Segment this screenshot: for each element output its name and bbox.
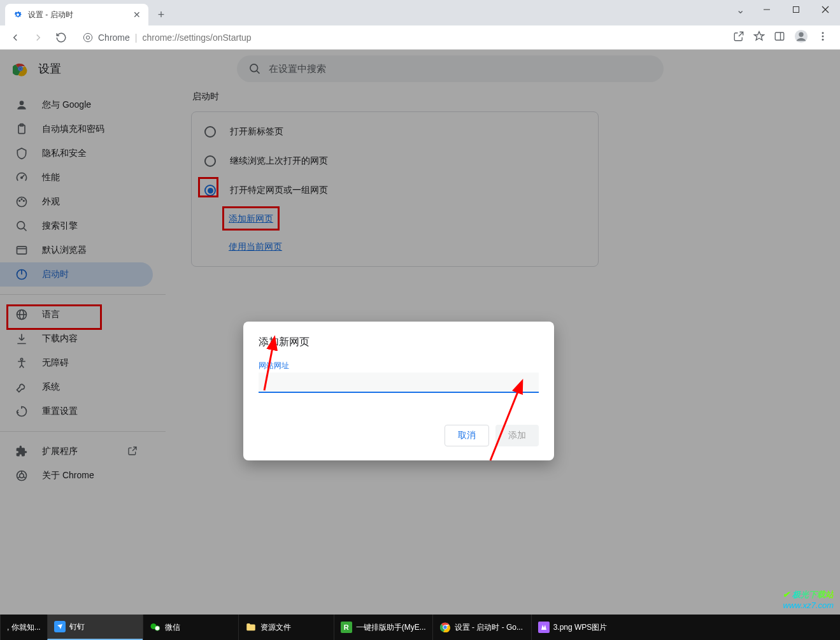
share-icon[interactable] — [733, 31, 744, 45]
sidebar-item-system[interactable]: 系统 — [0, 375, 153, 399]
app-icon: R — [341, 622, 352, 633]
settings-search[interactable]: 在设置中搜索 — [237, 55, 664, 82]
search-placeholder: 在设置中搜索 — [269, 63, 326, 75]
close-tab-icon[interactable]: ✕ — [133, 10, 141, 20]
sidebar-item-downloads[interactable]: 下载内容 — [0, 327, 153, 351]
add-page-dialog: 添加新网页 网站网址 取消 添加 — [243, 322, 554, 460]
svg-line-40 — [24, 477, 25, 478]
maximize-button[interactable] — [781, 0, 811, 19]
puzzle-icon — [15, 445, 28, 458]
download-icon — [15, 332, 28, 345]
chrome-logo-icon — [13, 61, 28, 76]
sidebar-item-startup[interactable]: 启动时 — [0, 262, 153, 287]
url-input[interactable] — [259, 373, 539, 393]
profile-icon[interactable] — [794, 29, 808, 46]
startup-option-newtab[interactable]: 打开新标签页 — [192, 117, 598, 146]
watermark: ✔ 极光下载站 www.xz7.com — [783, 590, 834, 611]
sidebar-item-about[interactable]: 关于 Chrome — [0, 464, 153, 488]
taskbar-item-wechat[interactable]: 微信 — [143, 615, 238, 640]
search-icon — [248, 62, 261, 75]
svg-rect-6 — [775, 32, 784, 40]
tabs-chevron-icon[interactable]: ⌄ — [736, 4, 744, 16]
taskbar-item-app[interactable]: R一键排版助手(MyE... — [334, 615, 432, 640]
svg-line-28 — [24, 228, 26, 231]
url-input-label: 网站网址 — [259, 360, 539, 371]
back-button[interactable] — [6, 29, 24, 46]
svg-point-22 — [21, 177, 23, 179]
bookmark-icon[interactable] — [753, 31, 765, 45]
titlebar: 设置 - 启动时 ✕ + ⌄ — [0, 0, 840, 25]
minimize-button[interactable] — [752, 0, 781, 19]
person-icon — [15, 99, 28, 111]
sidebar-item-default-browser[interactable]: 默认浏览器 — [0, 238, 153, 262]
accessibility-icon — [15, 357, 28, 369]
startup-option-specific[interactable]: 打开特定网页或一组网页 — [192, 176, 598, 205]
taskbar-item-wps[interactable]: 3.png WPS图片 — [531, 615, 630, 640]
menu-icon[interactable] — [817, 31, 829, 45]
shield-icon — [15, 147, 28, 160]
close-window-button[interactable] — [811, 0, 840, 19]
svg-point-24 — [19, 201, 20, 202]
wrench-icon — [15, 381, 28, 394]
chrome-icon — [439, 622, 451, 633]
sidebar-item-search[interactable]: 搜索引擎 — [0, 214, 153, 238]
svg-point-25 — [21, 199, 22, 200]
sidebar-item-google[interactable]: 您与 Google — [0, 93, 153, 117]
url-path: chrome://settings/onStartup — [142, 32, 251, 43]
sidepanel-icon[interactable] — [774, 31, 785, 45]
settings-sidebar: 您与 Google 自动填充和密码 隐私和安全 性能 外观 搜索引擎 默认浏览器… — [0, 88, 166, 615]
sidebar-item-appearance[interactable]: 外观 — [0, 190, 153, 214]
search-icon — [15, 220, 28, 232]
sidebar-item-privacy[interactable]: 隐私和安全 — [0, 141, 153, 166]
svg-point-19 — [20, 101, 24, 105]
sidebar-item-extensions[interactable]: 扩展程序 — [0, 439, 153, 464]
clipboard-icon — [15, 123, 28, 136]
svg-point-5 — [86, 36, 89, 39]
chrome-icon — [83, 32, 93, 43]
forward-button[interactable] — [29, 29, 47, 46]
svg-line-41 — [18, 477, 20, 478]
new-tab-button[interactable]: + — [152, 6, 170, 24]
sidebar-item-performance[interactable]: 性能 — [0, 166, 153, 190]
sidebar-item-autofill[interactable]: 自动填充和密码 — [0, 117, 153, 141]
tab-title: 设置 - 启动时 — [28, 10, 73, 20]
startup-option-continue[interactable]: 继续浏览上次打开的网页 — [192, 146, 598, 176]
svg-point-4 — [83, 33, 92, 41]
taskbar-item-explorer[interactable]: 资源文件 — [238, 615, 334, 640]
svg-point-17 — [250, 64, 258, 72]
radio-icon — [204, 155, 216, 167]
svg-point-49 — [443, 625, 446, 629]
url-field[interactable]: Chrome | chrome://settings/onStartup — [75, 28, 728, 47]
startup-card: 打开新标签页 继续浏览上次打开的网页 打开特定网页或一组网页 添加新网页 使用当… — [191, 111, 599, 267]
cancel-button[interactable]: 取消 — [445, 425, 489, 446]
wechat-icon — [150, 622, 161, 633]
taskbar: , 你就知... 钉钉 微信 资源文件 R一键排版助手(MyE... 设置 - … — [0, 615, 840, 640]
svg-point-11 — [822, 35, 824, 37]
palette-icon — [15, 196, 28, 208]
radio-icon — [204, 126, 216, 138]
use-current-page-link[interactable]: 使用当前网页 — [229, 241, 282, 253]
annotation-highlight — [222, 206, 280, 231]
svg-rect-1 — [794, 7, 799, 13]
taskbar-item-dingtalk[interactable]: 钉钉 — [47, 615, 143, 640]
annotation-highlight — [198, 177, 218, 197]
svg-line-18 — [257, 71, 259, 73]
taskbar-item-chrome[interactable]: 设置 - 启动时 - Go... — [432, 615, 531, 640]
taskbar-item[interactable]: , 你就知... — [0, 615, 47, 640]
section-title: 启动时 — [192, 91, 815, 103]
speed-icon — [15, 171, 28, 184]
window-controls — [752, 0, 840, 19]
sidebar-item-accessibility[interactable]: 无障碍 — [0, 351, 153, 375]
add-button[interactable]: 添加 — [495, 425, 539, 446]
svg-point-26 — [24, 201, 25, 202]
svg-point-36 — [20, 359, 22, 360]
dialog-title: 添加新网页 — [259, 336, 539, 349]
wps-icon — [538, 622, 550, 633]
dingtalk-icon — [54, 621, 66, 632]
sidebar-item-reset[interactable]: 重置设置 — [0, 399, 153, 423]
reload-button[interactable] — [52, 29, 70, 46]
annotation-highlight — [6, 304, 102, 330]
browser-tab[interactable]: 设置 - 启动时 ✕ — [5, 4, 148, 25]
reset-icon — [15, 405, 28, 418]
gear-icon — [13, 10, 23, 20]
